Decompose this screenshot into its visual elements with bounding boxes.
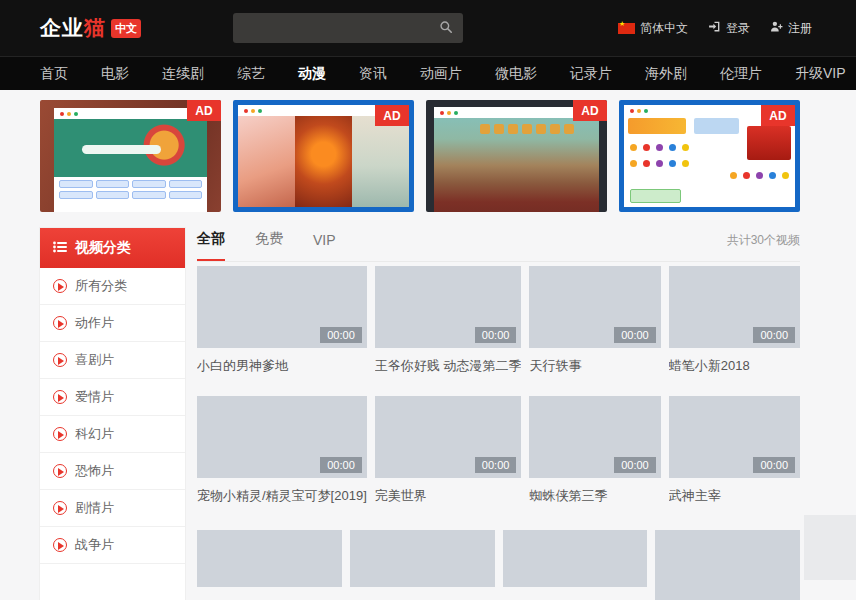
video-title[interactable]: 宠物小精灵/精灵宝可梦[2019] <box>197 487 367 505</box>
ad-badge: AD <box>187 100 221 121</box>
video-title[interactable]: 完美世界 <box>375 487 522 505</box>
register-button[interactable]: 注册 <box>770 20 812 37</box>
nav-item-anime[interactable]: 动漫 <box>298 65 326 83</box>
ad-banner-4[interactable]: AD <box>619 100 800 212</box>
video-title[interactable]: 王爷你好贱 动态漫第二季 <box>375 357 522 375</box>
video-card[interactable] <box>350 530 495 600</box>
duration-badge: 00:00 <box>614 327 656 343</box>
nav-item-cartoon[interactable]: 动画片 <box>420 65 462 83</box>
duration-badge: 00:00 <box>320 327 362 343</box>
ad-banner-3[interactable]: AD <box>426 100 607 212</box>
search-bar[interactable] <box>233 13 463 43</box>
video-title[interactable]: 小白的男神爹地 <box>197 357 367 375</box>
play-circle-icon <box>53 464 67 478</box>
video-card[interactable]: 00:00 蜘蛛侠第三季 <box>529 396 660 526</box>
nav-item-home[interactable]: 首页 <box>40 65 68 83</box>
nav-item-ethics[interactable]: 伦理片 <box>720 65 762 83</box>
sidebar-item-label: 所有分类 <box>75 277 127 295</box>
search-button[interactable] <box>439 20 453 37</box>
duration-badge: 00:00 <box>614 457 656 473</box>
video-card[interactable] <box>197 530 342 600</box>
nav-item-variety[interactable]: 综艺 <box>237 65 265 83</box>
video-card[interactable] <box>503 530 648 600</box>
ad-banner-row: AD AD AD AD <box>40 100 800 212</box>
video-thumbnail[interactable]: 00:00 <box>197 266 367 348</box>
video-thumbnail[interactable]: 00:00 <box>669 396 800 478</box>
nav-item-series[interactable]: 连续剧 <box>162 65 204 83</box>
video-section: 全部 免费 VIP 共计30个视频 00:00 小白的男神爹地 00:00 王爷… <box>197 228 800 600</box>
video-grid-partial-row <box>197 530 800 600</box>
video-card[interactable]: 00:00 王爷你好贱 动态漫第二季 <box>375 266 522 396</box>
sidebar-item-war[interactable]: 战争片 <box>40 527 185 564</box>
video-title[interactable]: 武神主宰 <box>669 487 800 505</box>
language-switcher[interactable]: 简体中文 <box>618 20 688 37</box>
sidebar-item-drama[interactable]: 剧情片 <box>40 490 185 527</box>
video-title[interactable]: 蜘蛛侠第三季 <box>529 487 660 505</box>
video-thumbnail[interactable] <box>503 530 648 587</box>
play-circle-icon <box>53 279 67 293</box>
sidebar-item-label: 恐怖片 <box>75 462 114 480</box>
video-thumbnail[interactable] <box>655 530 800 600</box>
video-card[interactable]: 00:00 小白的男神爹地 <box>197 266 367 396</box>
play-circle-icon <box>53 316 67 330</box>
video-grid: 00:00 小白的男神爹地 00:00 王爷你好贱 动态漫第二季 00:00 天… <box>197 266 800 526</box>
tab-vip[interactable]: VIP <box>313 232 336 261</box>
ad-banner-1[interactable]: AD <box>40 100 221 212</box>
video-card[interactable]: 00:00 武神主宰 <box>669 396 800 526</box>
video-card[interactable]: 00:00 完美世界 <box>375 396 522 526</box>
ad-badge: AD <box>761 105 795 126</box>
sidebar-item-label: 动作片 <box>75 314 114 332</box>
video-card[interactable]: 00:00 宠物小精灵/精灵宝可梦[2019] <box>197 396 367 526</box>
nav-item-overseas[interactable]: 海外剧 <box>645 65 687 83</box>
nav-item-movies[interactable]: 电影 <box>101 65 129 83</box>
tab-free[interactable]: 免费 <box>255 230 283 261</box>
browser-traffic-lights <box>54 108 207 119</box>
video-thumbnail[interactable]: 00:00 <box>529 396 660 478</box>
sidebar-item-comedy[interactable]: 喜剧片 <box>40 342 185 379</box>
login-button[interactable]: 登录 <box>708 20 750 37</box>
video-title[interactable]: 蜡笔小新2018 <box>669 357 800 375</box>
page-container: AD AD AD AD <box>0 90 856 600</box>
ad-art <box>54 108 207 212</box>
ad-banner-2[interactable]: AD <box>233 100 414 212</box>
duration-badge: 00:00 <box>475 457 517 473</box>
video-thumbnail[interactable]: 00:00 <box>197 396 367 478</box>
ad-badge: AD <box>375 105 409 126</box>
duration-badge: 00:00 <box>320 457 362 473</box>
ad-art <box>434 107 599 212</box>
video-thumbnail[interactable] <box>350 530 495 587</box>
ad-art <box>238 116 409 207</box>
sidebar-item-scifi[interactable]: 科幻片 <box>40 416 185 453</box>
sign-in-icon <box>708 20 721 36</box>
nav-item-news[interactable]: 资讯 <box>359 65 387 83</box>
sidebar-item-horror[interactable]: 恐怖片 <box>40 453 185 490</box>
top-header: 企业猫 中文 简体中文 登录 注册 <box>0 0 856 56</box>
video-card[interactable] <box>655 530 800 600</box>
search-input[interactable] <box>243 21 439 36</box>
duration-badge: 00:00 <box>753 457 795 473</box>
sidebar-item-action[interactable]: 动作片 <box>40 305 185 342</box>
sidebar-item-romance[interactable]: 爱情片 <box>40 379 185 416</box>
ad-art <box>54 119 207 177</box>
nav-item-documentary[interactable]: 记录片 <box>570 65 612 83</box>
nav-item-microfilm[interactable]: 微电影 <box>495 65 537 83</box>
video-thumbnail[interactable]: 00:00 <box>669 266 800 348</box>
video-thumbnail[interactable]: 00:00 <box>375 396 522 478</box>
video-thumbnail[interactable]: 00:00 <box>529 266 660 348</box>
video-title[interactable]: 天行轶事 <box>529 357 660 375</box>
play-circle-icon <box>53 427 67 441</box>
video-card[interactable]: 00:00 天行轶事 <box>529 266 660 396</box>
tab-all[interactable]: 全部 <box>197 230 225 261</box>
sidebar-item-all[interactable]: 所有分类 <box>40 268 185 305</box>
video-thumbnail[interactable] <box>197 530 342 587</box>
nav-item-upgrade-vip[interactable]: 升级VIP <box>795 65 846 83</box>
site-logo[interactable]: 企业猫 中文 <box>40 14 141 42</box>
language-label: 简体中文 <box>640 20 688 37</box>
sidebar-item-label: 喜剧片 <box>75 351 114 369</box>
duration-badge: 00:00 <box>475 327 517 343</box>
search-icon <box>439 20 453 37</box>
video-card[interactable]: 00:00 蜡笔小新2018 <box>669 266 800 396</box>
ad-art <box>628 118 686 134</box>
floating-widget-partial[interactable] <box>804 515 856 580</box>
video-thumbnail[interactable]: 00:00 <box>375 266 522 348</box>
